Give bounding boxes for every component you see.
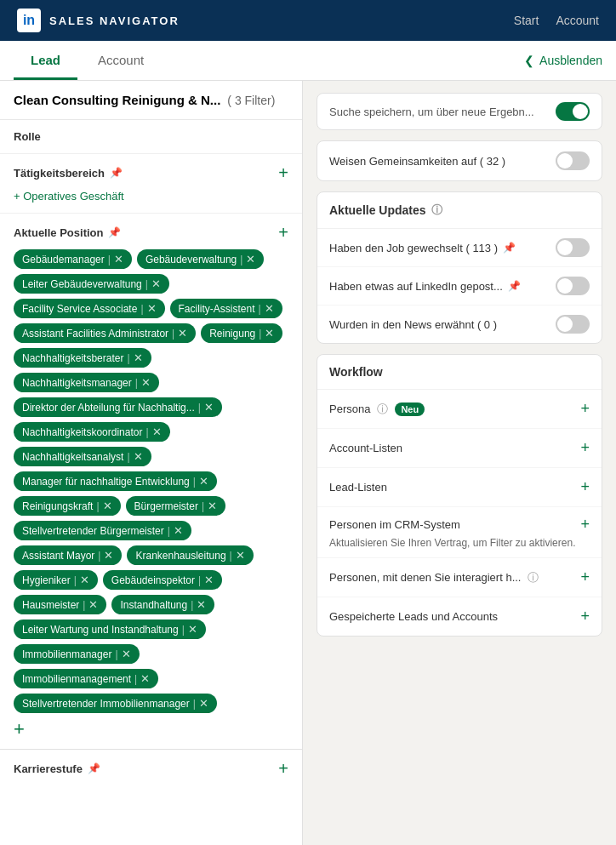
position-tag-remove-icon[interactable]: ✕: [199, 475, 208, 488]
workflow-persona-label: Persona: [329, 403, 370, 415]
position-tag: Immobilienmanager | ✕: [14, 644, 140, 664]
karrierestufe-title: Karrierestufe 📌: [14, 762, 100, 775]
operatives-geschaeft-link[interactable]: + Operatives Geschäft: [14, 190, 288, 203]
position-tag-remove-icon[interactable]: ✕: [140, 672, 150, 685]
position-tag-remove-icon[interactable]: ✕: [174, 524, 183, 537]
tabs-bar: Lead Account ❮ Ausblenden: [0, 41, 616, 81]
position-tag-remove-icon[interactable]: ✕: [114, 253, 123, 265]
search-save-toggle[interactable]: [556, 102, 590, 121]
position-tag-remove-icon[interactable]: ✕: [208, 500, 217, 512]
right-panel: Suche speichern, um über neue Ergebn... …: [303, 81, 616, 845]
position-tag: Assistant Mayor | ✕: [14, 545, 122, 565]
rolle-section: Rolle: [0, 120, 302, 153]
position-tag: Instandhaltung | ✕: [111, 595, 214, 614]
linkedin-logo-icon: in: [17, 9, 41, 32]
position-tag-remove-icon[interactable]: ✕: [88, 598, 98, 611]
taetigkeitsbereich-section: Tätigkeitsbereich 📌 + + Operatives Gesch…: [0, 153, 302, 213]
workflow-account-listen-plus-icon[interactable]: +: [580, 439, 590, 457]
chevron-left-icon: ❮: [524, 54, 534, 67]
rolle-label: Rolle: [14, 130, 288, 143]
position-tag-remove-icon[interactable]: ✕: [80, 574, 89, 586]
position-tag-remove-icon[interactable]: ✕: [199, 697, 208, 710]
tab-lead[interactable]: Lead: [14, 41, 77, 80]
search-save-bar: Suche speichern, um über neue Ergebn...: [317, 93, 602, 130]
position-tag-remove-icon[interactable]: ✕: [204, 401, 214, 414]
nav-start-link[interactable]: Start: [514, 14, 539, 27]
position-tag: Hygieniker | ✕: [14, 570, 98, 590]
workflow-persona-plus-icon[interactable]: +: [580, 400, 590, 418]
workflow-account-listen-label: Account-Listen: [329, 442, 402, 454]
taetigkeitsbereich-add-button[interactable]: +: [278, 164, 288, 181]
position-tag-remove-icon[interactable]: ✕: [134, 351, 143, 364]
aktuelle-updates-header: Aktuelle Updates ⓘ: [317, 192, 602, 229]
position-tag-remove-icon[interactable]: ✕: [197, 598, 206, 611]
position-tag-remove-icon[interactable]: ✕: [151, 277, 161, 290]
position-tag: Krankenhausleitung | ✕: [127, 545, 253, 565]
aktuelle-updates-section: Aktuelle Updates ⓘ Haben den Job gewechs…: [317, 191, 602, 344]
position-add-more-button[interactable]: +: [14, 720, 25, 739]
workflow-crm-plus-icon[interactable]: +: [580, 516, 590, 534]
filter-count: ( 3 Filter): [227, 94, 275, 107]
position-tag-remove-icon[interactable]: ✕: [141, 376, 151, 389]
updates-news-toggle[interactable]: [556, 315, 590, 334]
updates-post-pin-icon: 📌: [508, 280, 521, 292]
position-tag-remove-icon[interactable]: ✕: [188, 623, 197, 636]
position-tag-remove-icon[interactable]: ✕: [152, 425, 162, 438]
filter-title: Clean Consulting Reinigung & N...: [14, 93, 220, 107]
position-tag-remove-icon[interactable]: ✕: [204, 574, 214, 586]
workflow-crm-row: Personen im CRM-System + Aktualisieren S…: [317, 507, 602, 558]
position-tag-remove-icon[interactable]: ✕: [104, 549, 113, 562]
aktuelle-position-pin-icon: 📌: [108, 226, 121, 238]
updates-row-job: Haben den Job gewechselt ( 113 ) 📌: [317, 229, 602, 267]
aktuelle-position-add-button[interactable]: +: [278, 224, 288, 241]
gemeinsamkeiten-box: Weisen Gemeinsamkeiten auf ( 32 ): [317, 140, 602, 181]
workflow-interact-plus-icon[interactable]: +: [580, 568, 590, 586]
hide-button[interactable]: ❮ Ausblenden: [524, 54, 602, 67]
nav-left: in SALES NAVIGATOR: [17, 9, 180, 32]
position-tag-remove-icon[interactable]: ✕: [103, 500, 112, 512]
nav-account-link[interactable]: Account: [556, 14, 599, 27]
aktuelle-position-title: Aktuelle Position 📌: [14, 226, 121, 239]
workflow-saved-left: Gespeicherte Leads und Accounts: [329, 610, 498, 623]
karrierestufe-pin-icon: 📌: [88, 762, 100, 774]
gemeinsamkeiten-toggle[interactable]: [556, 151, 590, 170]
search-save-text: Suche speichern, um über neue Ergebn...: [329, 106, 556, 118]
position-tag-remove-icon[interactable]: ✕: [122, 648, 131, 660]
position-tag-remove-icon[interactable]: ✕: [147, 302, 157, 315]
updates-job-toggle[interactable]: [556, 238, 590, 257]
position-tag: Hausmeister | ✕: [14, 595, 106, 614]
gemeinsamkeiten-text: Weisen Gemeinsamkeiten auf ( 32 ): [329, 155, 505, 168]
left-panel: Clean Consulting Reinigung & N... ( 3 Fi…: [0, 81, 303, 845]
karrierestufe-add-button[interactable]: +: [278, 760, 288, 777]
position-tag-remove-icon[interactable]: ✕: [265, 302, 274, 315]
workflow-lead-listen-plus-icon[interactable]: +: [580, 478, 590, 496]
position-tag: Gebäudeverwaltung | ✕: [137, 249, 265, 269]
workflow-saved-plus-icon[interactable]: +: [580, 608, 590, 625]
workflow-interact-label: Personen, mit denen Sie interagiert h...: [329, 571, 521, 584]
position-tag: Leiter Wartung und Instandhaltung | ✕: [14, 619, 206, 639]
tab-account[interactable]: Account: [81, 41, 161, 80]
aktuelle-position-section: Aktuelle Position 📌 + Gebäudemanager | ✕…: [0, 213, 302, 749]
updates-news-text: Wurden in den News erwähnt ( 0 ): [329, 318, 497, 331]
position-tag-remove-icon[interactable]: ✕: [178, 327, 187, 340]
position-tag-remove-icon[interactable]: ✕: [265, 327, 274, 340]
workflow-saved-row[interactable]: Gespeicherte Leads und Accounts +: [317, 597, 602, 636]
position-tag-remove-icon[interactable]: ✕: [236, 549, 245, 562]
updates-post-toggle[interactable]: [556, 277, 590, 295]
nav-title: SALES NAVIGATOR: [49, 14, 180, 27]
workflow-lead-listen-left: Lead-Listen: [329, 481, 387, 494]
workflow-lead-listen-label: Lead-Listen: [329, 481, 387, 494]
workflow-lead-listen-row[interactable]: Lead-Listen +: [317, 468, 602, 507]
position-tag-remove-icon[interactable]: ✕: [134, 450, 143, 463]
workflow-account-listen-row[interactable]: Account-Listen +: [317, 429, 602, 468]
workflow-interact-left: Personen, mit denen Sie interagiert h...…: [329, 570, 539, 585]
workflow-saved-label: Gespeicherte Leads und Accounts: [329, 610, 498, 623]
position-tag: Reinigung | ✕: [201, 323, 282, 343]
workflow-persona-info-icon: ⓘ: [377, 402, 388, 417]
toggle-knob: [573, 104, 588, 119]
position-tag-remove-icon[interactable]: ✕: [246, 253, 255, 265]
karrierestufe-section: Karrierestufe 📌 +: [0, 749, 302, 787]
workflow-persona-row[interactable]: Persona ⓘ Neu +: [317, 390, 602, 429]
taetigkeitsbereich-title: Tätigkeitsbereich 📌: [14, 167, 123, 180]
workflow-interact-row[interactable]: Personen, mit denen Sie interagiert h...…: [317, 558, 602, 597]
